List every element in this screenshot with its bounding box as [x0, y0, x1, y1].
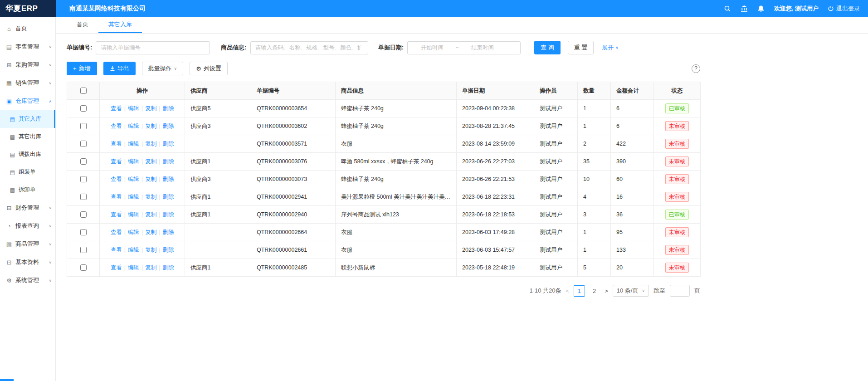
sidebar-subitem-other-outbound[interactable]: ▤其它出库 — [0, 128, 55, 146]
op-copy-link[interactable]: 复制 — [145, 229, 156, 235]
op-delete-link[interactable]: 删除 — [162, 247, 174, 253]
sidebar-subitem-transfer-outbound[interactable]: ▤调拨出库 — [0, 146, 55, 163]
date-range-picker[interactable]: ~ — [407, 41, 521, 54]
op-edit-link[interactable]: 编辑 — [128, 229, 139, 235]
op-delete-link[interactable]: 删除 — [162, 211, 174, 218]
page-content: 单据编号: 商品信息: 单据日期: ~ 查 询 重 置 — [56, 34, 700, 297]
search-icon[interactable] — [724, 5, 731, 12]
op-view-link[interactable]: 查看 — [111, 176, 122, 182]
page-button-1[interactable]: 1 — [574, 285, 585, 297]
op-view-link[interactable]: 查看 — [111, 264, 122, 271]
prev-page-button[interactable]: < — [566, 288, 570, 294]
bill-no-input[interactable] — [96, 41, 210, 54]
op-copy-link[interactable]: 复制 — [145, 105, 156, 112]
op-delete-link[interactable]: 删除 — [162, 194, 174, 200]
op-edit-link[interactable]: 编辑 — [128, 176, 139, 182]
op-edit-link[interactable]: 编辑 — [128, 123, 139, 129]
date-end-input[interactable] — [461, 44, 504, 51]
table-row: 查看|编辑|复制|删除供应商1QTRK00000003076啤酒 580ml x… — [67, 153, 701, 171]
bell-icon[interactable] — [757, 5, 765, 12]
op-copy-link[interactable]: 复制 — [145, 247, 156, 253]
search-button[interactable]: 查 询 — [534, 41, 561, 54]
date-start-input[interactable] — [410, 44, 454, 51]
bank-icon[interactable] — [741, 5, 748, 12]
row-checkbox[interactable] — [80, 176, 87, 182]
tab-home[interactable]: 首页 — [67, 17, 98, 33]
column-settings-button[interactable]: ⚙ 列设置 — [190, 62, 228, 75]
op-edit-link[interactable]: 编辑 — [128, 158, 139, 165]
row-checkbox[interactable] — [80, 105, 87, 112]
cell-bill-no: QTRK00000003073 — [251, 171, 336, 188]
op-edit-link[interactable]: 编辑 — [128, 264, 139, 271]
row-checkbox[interactable] — [80, 141, 87, 147]
sidebar-item-report[interactable]: ◔报表查询∨ — [0, 217, 55, 235]
op-delete-link[interactable]: 删除 — [162, 141, 174, 147]
op-copy-link[interactable]: 复制 — [145, 176, 156, 182]
row-checkbox[interactable] — [80, 211, 87, 218]
sidebar-subitem-disassembly[interactable]: ▤拆卸单 — [0, 181, 55, 199]
sidebar-item-system[interactable]: ⚙系统管理∨ — [0, 271, 55, 289]
sidebar-item-label: 基本资料 — [15, 258, 39, 266]
expand-link[interactable]: 展开 ∨ — [602, 44, 619, 52]
sidebar-item-basic[interactable]: ⊡基本资料∨ — [0, 253, 55, 271]
op-edit-link[interactable]: 编辑 — [128, 194, 139, 200]
sidebar-subitem-assembly[interactable]: ▤组装单 — [0, 163, 55, 181]
sidebar-item-goods[interactable]: ▧商品管理∨ — [0, 235, 55, 253]
op-copy-link[interactable]: 复制 — [145, 123, 156, 129]
row-checkbox[interactable] — [80, 123, 87, 129]
sidebar-item-home[interactable]: ⌂首页 — [0, 20, 55, 38]
op-delete-link[interactable]: 删除 — [162, 123, 174, 129]
op-delete-link[interactable]: 删除 — [162, 229, 174, 235]
op-view-link[interactable]: 查看 — [111, 158, 122, 165]
export-button[interactable]: 导出 — [103, 62, 136, 75]
tab-other-inbound[interactable]: 其它入库 — [98, 17, 142, 33]
row-checkbox[interactable] — [80, 264, 87, 271]
next-page-button[interactable]: > — [605, 288, 608, 294]
op-view-link[interactable]: 查看 — [111, 247, 122, 253]
op-edit-link[interactable]: 编辑 — [128, 247, 139, 253]
op-view-link[interactable]: 查看 — [111, 105, 122, 112]
help-icon[interactable]: ? — [692, 64, 700, 73]
sidebar-item-warehouse[interactable]: ▣仓库管理∧ — [0, 92, 55, 110]
op-copy-link[interactable]: 复制 — [145, 158, 156, 165]
op-view-link[interactable]: 查看 — [111, 141, 122, 147]
op-delete-link[interactable]: 删除 — [162, 176, 174, 182]
op-edit-link[interactable]: 编辑 — [128, 141, 139, 147]
goods-input[interactable] — [250, 41, 368, 54]
sidebar-item-purchase[interactable]: ⊞采购管理∨ — [0, 56, 55, 74]
page-size-select[interactable]: 10 条/页 ∨ — [613, 285, 649, 297]
add-button[interactable]: + 新增 — [67, 62, 97, 75]
sidebar-item-sales[interactable]: ▦销售管理∨ — [0, 74, 55, 92]
op-view-link[interactable]: 查看 — [111, 229, 122, 235]
op-copy-link[interactable]: 复制 — [145, 194, 156, 200]
op-delete-link[interactable]: 删除 — [162, 158, 174, 165]
reset-button[interactable]: 重 置 — [568, 41, 594, 54]
op-view-link[interactable]: 查看 — [111, 123, 122, 129]
op-delete-link[interactable]: 删除 — [162, 264, 174, 271]
row-checkbox[interactable] — [80, 194, 87, 200]
op-edit-link[interactable]: 编辑 — [128, 105, 139, 112]
op-view-link[interactable]: 查看 — [111, 211, 122, 218]
op-edit-link[interactable]: 编辑 — [128, 211, 139, 218]
table-header-row: 操作 供应商 单据编号 商品信息 单据日期 操作员 数量 金额合计 状态 — [67, 82, 701, 100]
op-separator: | — [159, 105, 160, 112]
op-copy-link[interactable]: 复制 — [145, 264, 156, 271]
logout-button[interactable]: 退出登录 — [828, 5, 860, 13]
row-checkbox[interactable] — [80, 247, 87, 253]
cell-operation: 查看|编辑|复制|删除 — [100, 153, 185, 171]
row-checkbox[interactable] — [80, 229, 87, 235]
sidebar-subitem-other-inbound[interactable]: ▤其它入库 — [0, 110, 55, 128]
batch-actions-button[interactable]: 批量操作 ∨ — [142, 62, 184, 75]
sidebar-item-retail[interactable]: ▤零售管理∨ — [0, 38, 55, 56]
row-checkbox[interactable] — [80, 158, 87, 165]
op-view-link[interactable]: 查看 — [111, 194, 122, 200]
cell-date: 2023-06-26 22:21:53 — [457, 171, 534, 188]
op-copy-link[interactable]: 复制 — [145, 211, 156, 218]
select-all-checkbox[interactable] — [80, 88, 87, 94]
cell-operation: 查看|编辑|复制|删除 — [100, 259, 185, 277]
op-copy-link[interactable]: 复制 — [145, 141, 156, 147]
op-delete-link[interactable]: 删除 — [162, 105, 174, 112]
page-button-2[interactable]: 2 — [589, 285, 600, 297]
jump-page-input[interactable] — [670, 285, 690, 297]
sidebar-item-finance[interactable]: ⊟财务管理∨ — [0, 199, 55, 217]
